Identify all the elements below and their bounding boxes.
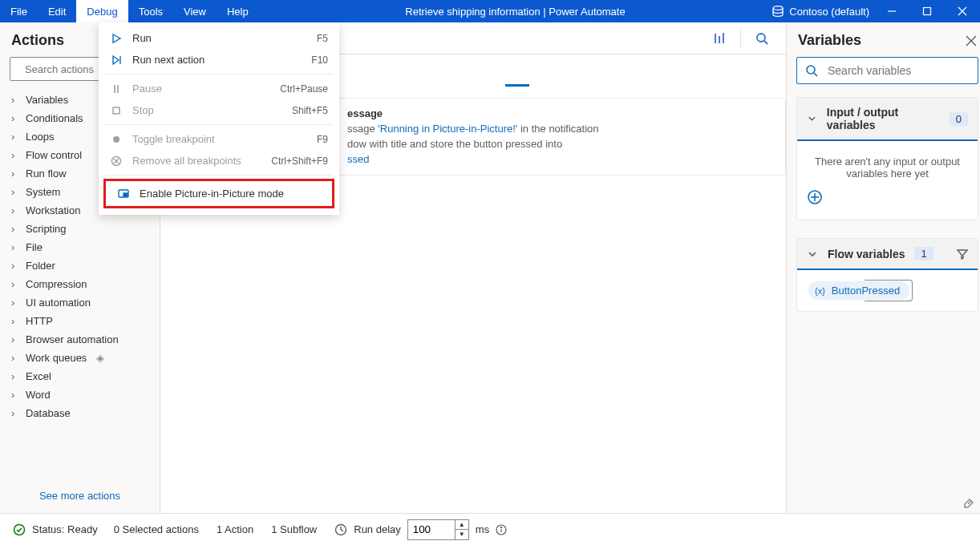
actions-category[interactable]: ›Compression bbox=[0, 275, 160, 293]
menu-view[interactable]: View bbox=[173, 0, 217, 22]
svg-point-10 bbox=[757, 34, 765, 42]
category-label: UI automation bbox=[26, 297, 91, 309]
chevron-right-icon: › bbox=[11, 260, 19, 272]
menu-item-label: Run next action bbox=[132, 54, 302, 66]
svg-marker-25 bbox=[113, 56, 119, 64]
category-label: Compression bbox=[26, 278, 87, 290]
variable-chip[interactable]: {x} ButtonPressed bbox=[808, 281, 909, 300]
run-delay-input[interactable] bbox=[407, 519, 456, 540]
flow-group-label: Flow variables bbox=[828, 248, 905, 260]
category-label: HTTP bbox=[26, 315, 53, 327]
chevron-right-icon: › bbox=[11, 94, 19, 106]
minimize-button[interactable] bbox=[874, 0, 909, 22]
menu-help[interactable]: Help bbox=[217, 0, 259, 22]
category-label: System bbox=[26, 186, 60, 198]
search-flow-icon[interactable] bbox=[747, 24, 776, 53]
eraser-icon[interactable] bbox=[962, 494, 977, 508]
chevron-right-icon: › bbox=[11, 352, 19, 364]
pip-icon bbox=[117, 188, 130, 200]
info-icon[interactable] bbox=[496, 524, 507, 535]
chevron-right-icon: › bbox=[11, 389, 19, 401]
menu-file[interactable]: File bbox=[0, 0, 38, 22]
selected-actions: 0 Selected actions bbox=[114, 523, 199, 535]
account-name: Contoso (default) bbox=[789, 6, 869, 18]
category-label: File bbox=[26, 241, 43, 253]
svg-rect-29 bbox=[113, 107, 119, 114]
actions-category[interactable]: ›Scripting bbox=[0, 220, 160, 238]
debug-menu-item[interactable]: Enable Picture-in-Picture mode bbox=[106, 183, 332, 204]
debug-menu-item[interactable]: Run next actionF10 bbox=[99, 49, 339, 71]
menu-bar: File Edit Debug Tools View Help bbox=[0, 0, 259, 22]
account-selector[interactable]: Contoso (default) bbox=[771, 5, 874, 18]
svg-line-11 bbox=[764, 41, 767, 44]
chevron-right-icon: › bbox=[11, 223, 19, 235]
chevron-right-icon: › bbox=[11, 112, 19, 124]
filter-icon[interactable] bbox=[957, 248, 968, 260]
card-line2: dow with title and store the button pres… bbox=[347, 138, 562, 150]
premium-icon: ◈ bbox=[96, 352, 104, 364]
stop-icon bbox=[110, 105, 123, 116]
category-label: Run flow bbox=[26, 168, 67, 180]
flow-action-card[interactable]: essage ssage 'Running in Picture-in-Pict… bbox=[337, 98, 786, 176]
svg-point-40 bbox=[501, 527, 502, 527]
io-empty-text: There aren't any input or output variabl… bbox=[815, 155, 960, 180]
add-io-variable-button[interactable] bbox=[807, 189, 968, 205]
io-count-badge: 0 bbox=[950, 112, 968, 126]
debug-menu-item: PauseCtrl+Pause bbox=[99, 78, 339, 99]
menu-item-shortcut: Ctrl+Pause bbox=[280, 83, 328, 95]
variable-outline bbox=[865, 280, 913, 301]
flow-variables-header[interactable]: Flow variables 1 bbox=[797, 239, 978, 270]
status-text: Status: Ready bbox=[32, 523, 98, 535]
menu-debug[interactable]: Debug bbox=[76, 0, 128, 22]
card-line1a: ssage bbox=[347, 123, 378, 135]
clear-icon bbox=[110, 155, 123, 167]
maximize-button[interactable] bbox=[909, 0, 945, 22]
chevron-right-icon: › bbox=[11, 315, 19, 327]
actions-category[interactable]: ›File bbox=[0, 238, 160, 256]
category-label: Browser automation bbox=[26, 333, 119, 345]
delay-spinner[interactable]: ▲▼ bbox=[456, 519, 469, 540]
actions-category[interactable]: ›HTTP bbox=[0, 312, 160, 330]
menu-item-shortcut: Shift+F5 bbox=[292, 105, 328, 116]
category-label: Excel bbox=[26, 370, 51, 382]
data-icon[interactable] bbox=[705, 24, 734, 53]
menu-item-shortcut: F5 bbox=[317, 33, 328, 44]
actions-category[interactable]: ›UI automation bbox=[0, 293, 160, 312]
io-variables-header[interactable]: Input / output variables 0 bbox=[797, 98, 978, 141]
menu-item-label: Stop bbox=[132, 104, 282, 116]
actions-category[interactable]: ›Work queues◈ bbox=[0, 349, 160, 367]
actions-category[interactable]: ›Excel bbox=[0, 367, 160, 386]
debug-menu-item[interactable]: RunF5 bbox=[99, 27, 339, 49]
variables-search-input[interactable] bbox=[826, 63, 970, 78]
chevron-right-icon: › bbox=[11, 407, 19, 419]
category-label: Flow control bbox=[26, 149, 82, 161]
svg-line-15 bbox=[814, 73, 817, 76]
variables-search[interactable] bbox=[796, 57, 978, 84]
actions-category[interactable]: ›Word bbox=[0, 386, 160, 404]
menu-item-label: Enable Picture-in-Picture mode bbox=[140, 188, 311, 200]
menu-item-label: Toggle breakpoint bbox=[132, 133, 307, 145]
svg-marker-19 bbox=[958, 250, 967, 259]
actions-category[interactable]: ›Folder bbox=[0, 256, 160, 275]
chevron-down-icon bbox=[807, 248, 818, 260]
step-icon bbox=[110, 54, 123, 66]
see-more-actions[interactable]: See more actions bbox=[0, 478, 160, 513]
close-panel-icon[interactable] bbox=[966, 35, 977, 46]
svg-rect-35 bbox=[124, 193, 128, 196]
category-label: Database bbox=[26, 407, 71, 419]
actions-category[interactable]: ›Browser automation bbox=[0, 330, 160, 349]
subflows-count: 1 Subflow bbox=[271, 523, 317, 535]
menu-tools[interactable]: Tools bbox=[128, 0, 173, 22]
category-label: Conditionals bbox=[26, 112, 83, 124]
menu-edit[interactable]: Edit bbox=[38, 0, 76, 22]
chevron-right-icon: › bbox=[11, 149, 19, 161]
actions-category[interactable]: ›Database bbox=[0, 404, 160, 422]
close-button[interactable] bbox=[945, 0, 980, 22]
chevron-right-icon: › bbox=[11, 168, 19, 180]
pause-icon bbox=[110, 83, 123, 95]
menu-item-shortcut: F9 bbox=[317, 134, 328, 145]
category-label: Workstation bbox=[26, 204, 80, 216]
run-delay-label: Run delay bbox=[354, 523, 401, 535]
delay-unit: ms bbox=[476, 523, 489, 535]
chevron-right-icon: › bbox=[11, 204, 19, 216]
